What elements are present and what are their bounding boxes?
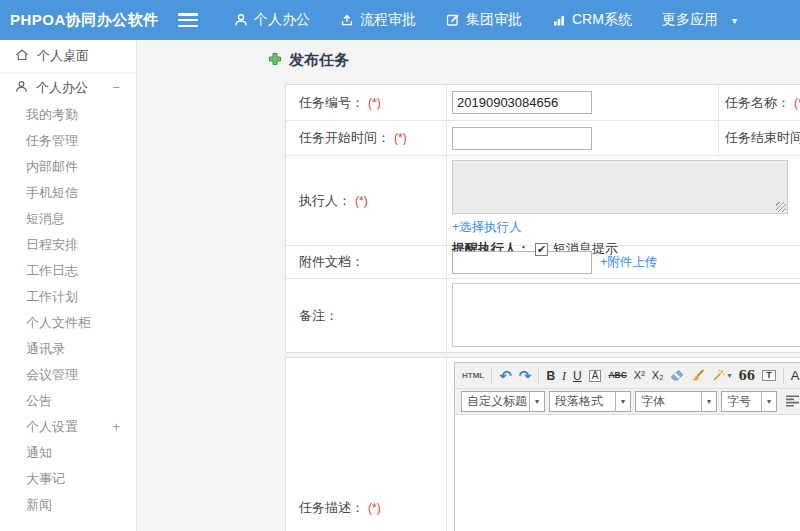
user-icon [15,80,28,96]
sidebar-item-memorabilia[interactable]: 大事记 [0,466,136,492]
start-time-label: 任务开始时间：(*) [286,121,447,155]
page-title: 发布任务 [289,51,349,70]
nav-label: 集团审批 [466,11,522,29]
sms-remind-checkbox[interactable]: ✔ [535,243,548,256]
format-brush-icon[interactable] [691,369,705,382]
end-time-label: 任务结束时间：(*) [719,121,800,155]
font-family-dropdown[interactable]: 字体▾ [635,391,717,412]
sidebar-group-label: 个人办公 [36,79,88,97]
attachment-label: 附件文档： [286,246,447,278]
paragraph-format-dropdown[interactable]: 段落格式▾ [549,391,631,412]
caret-down-icon: ▾ [529,392,544,411]
expand-icon[interactable]: + [112,414,136,440]
form-row-description: 任务描述：(*) HTML ↶ ↷ B I U A ABC [286,358,800,531]
sidebar-item-label: 个人桌面 [37,47,89,65]
caret-down-icon: ▾ [615,392,630,411]
nav-label: 个人办公 [254,11,310,29]
main-content: 发布任务 任务编号：(*) 任务名称：(*) 任务开始时间：(*) 任务结束 [138,40,800,531]
subscript-button[interactable]: X₂ [652,370,664,381]
nav-more-apps[interactable]: 更多应用 ▾ [662,11,737,29]
sidebar-menu: 我的考勤 任务管理 内部邮件 手机短信 短消息 日程安排 工作日志 工作计划 个… [0,102,136,518]
sidebar-item-notice[interactable]: 通知 [0,440,136,466]
italic-button[interactable]: I [562,370,566,382]
process-icon [340,13,354,27]
attachment-upload-link[interactable]: +附件上传 [600,254,657,271]
rich-text-editor: HTML ↶ ↷ B I U A ABC X² X₂ ▾ [454,362,800,531]
form-row-start-time: 任务开始时间：(*) 任务结束时间：(*) [286,121,800,156]
editor-toolbar-row1: HTML ↶ ↷ B I U A ABC X² X₂ ▾ [455,363,800,389]
strikethrough-button[interactable]: ABC [608,371,626,380]
sidebar-item-work-log[interactable]: 工作日志 [0,258,136,284]
attachment-input[interactable] [452,251,592,274]
select-executor-link[interactable]: +选择执行人 [452,220,522,234]
sidebar-item-task-management[interactable]: 任务管理 [0,128,136,154]
nav-crm-system[interactable]: CRM系统 [552,11,632,29]
form-row-remark: 备注： [286,279,800,352]
undo-icon[interactable]: ↶ [499,368,512,383]
task-form: 任务编号：(*) 任务名称：(*) 任务开始时间：(*) 任务结束时间：(*) [285,84,800,353]
remark-label: 备注： [286,279,447,352]
blockquote-button[interactable]: 66 [738,370,755,382]
sidebar-item-desktop[interactable]: 个人桌面 [0,40,136,73]
redo-icon[interactable]: ↷ [519,368,532,383]
top-header: PHPOA协同办公软件 个人办公 流程审批 集团审批 CRM系统 更多应用 ▾ [0,0,800,40]
task-number-input[interactable] [452,91,592,114]
remark-textarea[interactable] [452,283,800,347]
sidebar-item-internal-mail[interactable]: 内部邮件 [0,154,136,180]
sidebar-item-short-message[interactable]: 短消息 [0,206,136,232]
nav-group-approval[interactable]: 集团审批 [446,11,522,29]
nav-label: CRM系统 [572,11,632,29]
sidebar-item-news[interactable]: 新闻 [0,492,136,518]
user-icon [234,13,248,27]
edit-icon [446,13,460,27]
auto-typeset-icon[interactable]: ▾ [712,369,731,382]
task-name-label: 任务名称：(*) [719,85,800,120]
sidebar-item-personal-settings[interactable]: 个人设置+ [0,414,136,440]
caret-down-icon: ▾ [727,372,731,380]
html-source-button[interactable]: HTML [462,372,484,380]
collapse-icon[interactable]: − [112,80,136,95]
page-title-bar: 发布任务 [268,51,349,70]
top-nav: 个人办公 流程审批 集团审批 CRM系统 更多应用 ▾ [234,11,737,29]
sidebar-item-file-cabinet[interactable]: 个人文件柜 [0,310,136,336]
caret-down-icon: ▾ [761,392,776,411]
required-mark: (*) [394,131,407,145]
check-icon: ✔ [537,244,546,255]
bold-button[interactable]: B [546,370,555,382]
sidebar-group-personal-office[interactable]: 个人办公 − [0,73,136,102]
task-number-label: 任务编号：(*) [286,85,447,120]
home-icon [15,48,29,64]
bar-chart-icon [552,13,566,27]
sidebar-item-contacts[interactable]: 通讯录 [0,336,136,362]
task-description-section: 任务描述：(*) HTML ↶ ↷ B I U A ABC [285,357,800,531]
highlight-button[interactable]: A [589,370,602,382]
sidebar-item-attendance[interactable]: 我的考勤 [0,102,136,128]
font-color-button[interactable]: A▾ [791,369,800,382]
required-mark: (*) [368,96,381,110]
add-icon [268,52,282,69]
nav-personal-office[interactable]: 个人办公 [234,11,310,29]
sidebar-item-meeting[interactable]: 会议管理 [0,362,136,388]
align-left-icon[interactable] [786,393,800,411]
superscript-button[interactable]: X² [634,370,645,381]
executor-box[interactable] [452,160,788,214]
heading-dropdown[interactable]: 自定义标题▾ [461,391,545,412]
underline-button[interactable]: U [573,370,582,382]
font-size-dropdown[interactable]: 字号▾ [721,391,777,412]
eraser-icon[interactable] [670,369,684,382]
editor-content[interactable] [455,415,800,531]
nav-label: 更多应用 [662,11,718,29]
sidebar-item-schedule[interactable]: 日程安排 [0,232,136,258]
required-mark: (*) [355,194,368,208]
form-row-task-number: 任务编号：(*) 任务名称：(*) [286,85,800,121]
sidebar-item-work-plan[interactable]: 工作计划 [0,284,136,310]
menu-toggle-icon[interactable] [178,13,198,27]
paste-text-button[interactable]: T [762,370,776,381]
caret-down-icon: ▾ [732,15,737,26]
sidebar-item-mobile-sms[interactable]: 手机短信 [0,180,136,206]
sidebar-item-announcement[interactable]: 公告 [0,388,136,414]
nav-process-approval[interactable]: 流程审批 [340,11,416,29]
required-mark: (*) [368,501,381,515]
start-time-input[interactable] [452,127,592,150]
app-logo[interactable]: PHPOA协同办公软件 [0,11,178,30]
